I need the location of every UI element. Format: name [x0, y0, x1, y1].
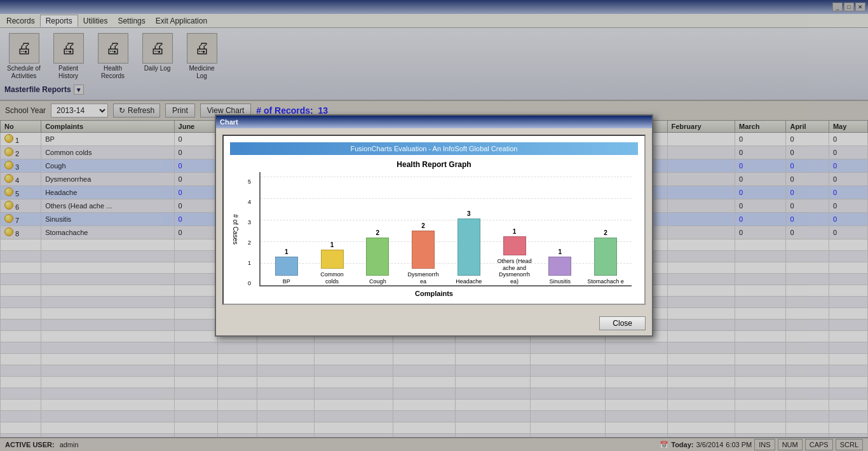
- bar-group: 2Cough: [355, 178, 401, 285]
- bar-label: Common colds: [313, 271, 351, 285]
- bar-group: 1BP: [264, 178, 309, 285]
- bar: 2: [593, 178, 618, 276]
- bar-value: 1: [513, 228, 517, 235]
- x-axis-label: Complaints: [230, 290, 638, 297]
- close-button[interactable]: Close: [599, 316, 646, 330]
- y-axis-numbers: 0 1 2 3 4 5: [248, 178, 251, 286]
- bar-value: 3: [467, 210, 471, 217]
- grid-line-2: [261, 241, 632, 242]
- bar: 1: [275, 178, 299, 276]
- modal-title: Chart: [220, 118, 238, 126]
- chart-banner: FusionCharts Evaluation - An InfoSoft Gl…: [230, 142, 638, 155]
- grid-line-1: [261, 263, 632, 264]
- modal-titlebar: Chart: [216, 116, 652, 128]
- bar-value: 2: [604, 229, 607, 236]
- grid-line-5: [261, 177, 632, 177]
- bars-container: 1BP1Common colds2Cough2Dysmenorrh ea3Hea…: [264, 178, 628, 285]
- grid-line-3: [261, 220, 632, 220]
- grid-line-4: [261, 198, 632, 199]
- bar-label: Stomachach e: [587, 278, 624, 285]
- modal-overlay: Chart FusionCharts Evaluation - An InfoS…: [0, 0, 868, 451]
- modal-footer: Close: [216, 311, 652, 335]
- bar-value: 2: [376, 229, 380, 236]
- chart-wrapper: # of Cases 0 1 2 3 4 5: [236, 172, 632, 286]
- bar: 1: [548, 178, 572, 276]
- bar-group: 2Stomachach e: [583, 178, 628, 285]
- bar-label: Dysmenorrh ea: [404, 271, 442, 285]
- bar: 2: [411, 178, 435, 269]
- bar: 2: [365, 178, 390, 276]
- bar-fill: [366, 238, 389, 276]
- bar-fill: [548, 257, 571, 276]
- bar-label: BP: [283, 278, 290, 285]
- bar-fill: [458, 219, 480, 276]
- bar-label: Headache: [456, 278, 482, 285]
- bar-fill: [412, 231, 435, 269]
- bar-group: 1Others (Head ache and Dysmenorrh ea): [492, 178, 538, 285]
- y-axis-label: # of Cases: [232, 178, 239, 280]
- bars-area: 1BP1Common colds2Cough2Dysmenorrh ea3Hea…: [259, 172, 632, 286]
- bar-value: 1: [285, 248, 288, 255]
- bar-value: 2: [421, 222, 425, 229]
- bar-value: 1: [330, 241, 334, 248]
- bar-label: Cough: [369, 278, 386, 285]
- bar-label: Sinusitis: [550, 278, 571, 285]
- bar-fill: [321, 250, 344, 269]
- bar-group: 1Sinusitis: [538, 178, 583, 285]
- chart-title: Health Report Graph: [230, 160, 638, 169]
- bar-fill: [503, 236, 526, 255]
- bar: 1: [320, 178, 344, 269]
- bar: 1: [503, 178, 527, 255]
- bar-value: 1: [559, 248, 562, 255]
- bar-group: 1Common colds: [309, 178, 355, 285]
- chart-container: FusionCharts Evaluation - An InfoSoft Gl…: [222, 135, 646, 305]
- bar: 3: [457, 178, 481, 276]
- bar-group: 3Headache: [446, 178, 492, 285]
- bar-group: 2Dysmenorrh ea: [400, 178, 446, 285]
- chart-modal: Chart FusionCharts Evaluation - An InfoS…: [215, 114, 653, 337]
- bar-fill: [594, 238, 617, 276]
- modal-content: FusionCharts Evaluation - An InfoSoft Gl…: [216, 128, 652, 311]
- bar-fill: [275, 257, 298, 276]
- bar-label: Others (Head ache and Dysmenorrh ea): [496, 258, 534, 285]
